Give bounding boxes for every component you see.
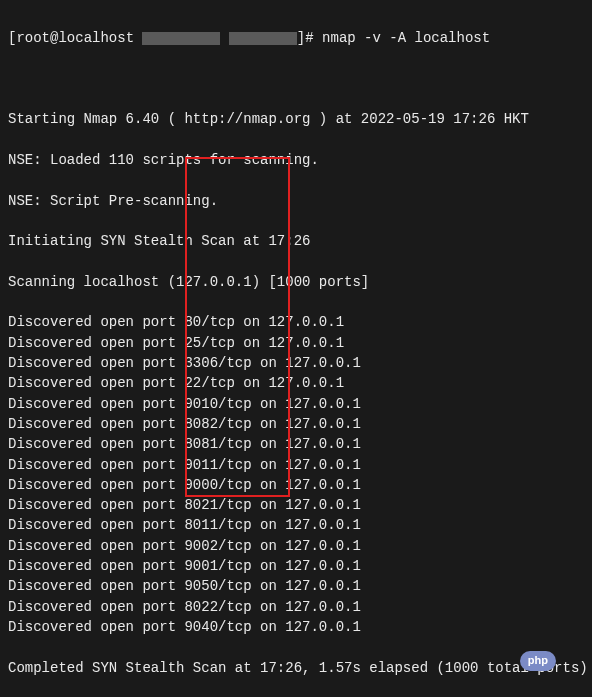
discovered-port-line: Discovered open port 80/tcp on 127.0.0.1 (8, 312, 584, 332)
discovered-port-line: Discovered open port 9010/tcp on 127.0.0… (8, 394, 584, 414)
output-line: NSE: Loaded 110 scripts for scanning. (8, 150, 584, 170)
discovered-port-line: Discovered open port 9011/tcp on 127.0.0… (8, 455, 584, 475)
redacted-block (229, 32, 297, 45)
prompt-line[interactable]: [root@localhost ]# nmap -v -A localhost (8, 28, 584, 48)
discovered-port-line: Discovered open port 8022/tcp on 127.0.0… (8, 597, 584, 617)
prompt-user: root (16, 30, 50, 46)
discovered-port-line: Discovered open port 3306/tcp on 127.0.0… (8, 353, 584, 373)
output-line: Completed SYN Stealth Scan at 17:26, 1.5… (8, 658, 584, 678)
redacted-block (142, 32, 220, 45)
discovered-port-line: Discovered open port 9001/tcp on 127.0.0… (8, 556, 584, 576)
discovered-port-line: Discovered open port 9040/tcp on 127.0.0… (8, 617, 584, 637)
discovered-port-line: Discovered open port 8082/tcp on 127.0.0… (8, 414, 584, 434)
output-line: Initiating SYN Stealth Scan at 17:26 (8, 231, 584, 251)
prompt-host: localhost (58, 30, 134, 46)
discovered-port-line: Discovered open port 9002/tcp on 127.0.0… (8, 536, 584, 556)
prompt-suffix: ]# (297, 30, 314, 46)
discovered-port-line: Discovered open port 25/tcp on 127.0.0.1 (8, 333, 584, 353)
php-badge: php (520, 651, 556, 671)
discovered-port-line: Discovered open port 8081/tcp on 127.0.0… (8, 434, 584, 454)
discovered-port-line: Discovered open port 9000/tcp on 127.0.0… (8, 475, 584, 495)
discovered-port-line: Discovered open port 8011/tcp on 127.0.0… (8, 515, 584, 535)
terminal-output: [root@localhost ]# nmap -v -A localhost … (8, 8, 584, 697)
output-line: Scanning localhost (127.0.0.1) [1000 por… (8, 272, 584, 292)
discovered-ports-list: Discovered open port 80/tcp on 127.0.0.1… (8, 312, 584, 637)
discovered-port-line: Discovered open port 22/tcp on 127.0.0.1 (8, 373, 584, 393)
discovered-port-line: Discovered open port 8021/tcp on 127.0.0… (8, 495, 584, 515)
discovered-port-line: Discovered open port 9050/tcp on 127.0.0… (8, 576, 584, 596)
output-line: NSE: Script Pre-scanning. (8, 191, 584, 211)
command-text: nmap -v -A localhost (322, 30, 490, 46)
output-line: Starting Nmap 6.40 ( http://nmap.org ) a… (8, 109, 584, 129)
